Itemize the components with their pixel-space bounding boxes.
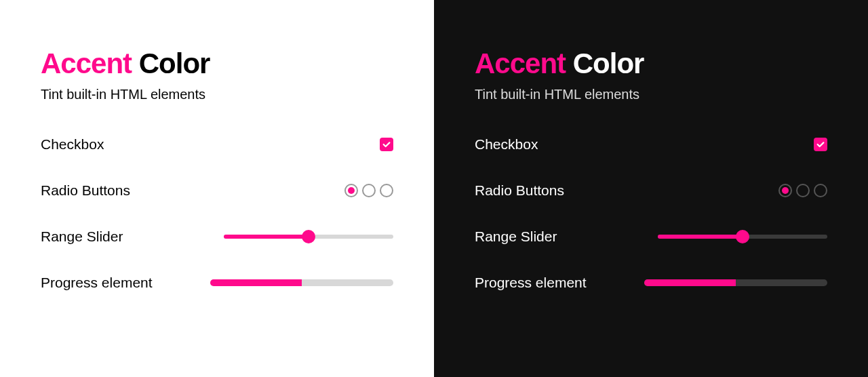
dark-panel: Accent Color Tint built-in HTML elements… bbox=[434, 0, 868, 377]
radio-row: Radio Buttons bbox=[475, 182, 827, 199]
progress-fill bbox=[644, 279, 736, 286]
radio-label: Radio Buttons bbox=[41, 182, 130, 199]
progress-fill bbox=[210, 279, 302, 286]
radio-option-3[interactable] bbox=[814, 184, 827, 197]
title-accent-word: Accent bbox=[41, 47, 132, 79]
progress-row: Progress element bbox=[475, 275, 827, 291]
range-label: Range Slider bbox=[41, 229, 123, 245]
range-row: Range Slider bbox=[41, 229, 393, 245]
radio-label: Radio Buttons bbox=[475, 182, 564, 199]
radio-row: Radio Buttons bbox=[41, 182, 393, 199]
title-rest: Color bbox=[573, 47, 644, 79]
title-rest: Color bbox=[139, 47, 210, 79]
checkbox-input[interactable] bbox=[380, 138, 393, 151]
progress-row: Progress element bbox=[41, 275, 393, 291]
range-row: Range Slider bbox=[475, 229, 827, 245]
page-title: Accent Color bbox=[41, 47, 393, 80]
progress-label: Progress element bbox=[475, 275, 587, 291]
range-slider[interactable] bbox=[224, 230, 393, 243]
page-title: Accent Color bbox=[475, 47, 827, 80]
check-icon bbox=[382, 140, 391, 149]
progress-label: Progress element bbox=[41, 275, 153, 291]
range-slider[interactable] bbox=[658, 230, 827, 243]
radio-option-2[interactable] bbox=[362, 184, 376, 197]
checkbox-label: Checkbox bbox=[475, 136, 538, 153]
checkbox-input[interactable] bbox=[814, 138, 827, 151]
radio-option-2[interactable] bbox=[796, 184, 810, 197]
radio-option-1[interactable] bbox=[778, 184, 792, 197]
page-subtitle: Tint built-in HTML elements bbox=[475, 87, 827, 102]
check-icon bbox=[816, 140, 825, 149]
progress-bar bbox=[644, 279, 827, 286]
checkbox-row: Checkbox bbox=[41, 136, 393, 153]
radio-group bbox=[778, 184, 827, 197]
range-label: Range Slider bbox=[475, 229, 557, 245]
radio-option-1[interactable] bbox=[344, 184, 358, 197]
slider-fill bbox=[224, 235, 309, 239]
slider-thumb[interactable] bbox=[736, 230, 749, 243]
light-panel: Accent Color Tint built-in HTML elements… bbox=[0, 0, 434, 377]
title-accent-word: Accent bbox=[475, 47, 566, 79]
slider-thumb[interactable] bbox=[302, 230, 315, 243]
checkbox-label: Checkbox bbox=[41, 136, 104, 153]
checkbox-row: Checkbox bbox=[475, 136, 827, 153]
radio-option-3[interactable] bbox=[380, 184, 393, 197]
slider-fill bbox=[658, 235, 743, 239]
radio-group bbox=[344, 184, 393, 197]
page-subtitle: Tint built-in HTML elements bbox=[41, 87, 393, 102]
progress-bar bbox=[210, 279, 393, 286]
